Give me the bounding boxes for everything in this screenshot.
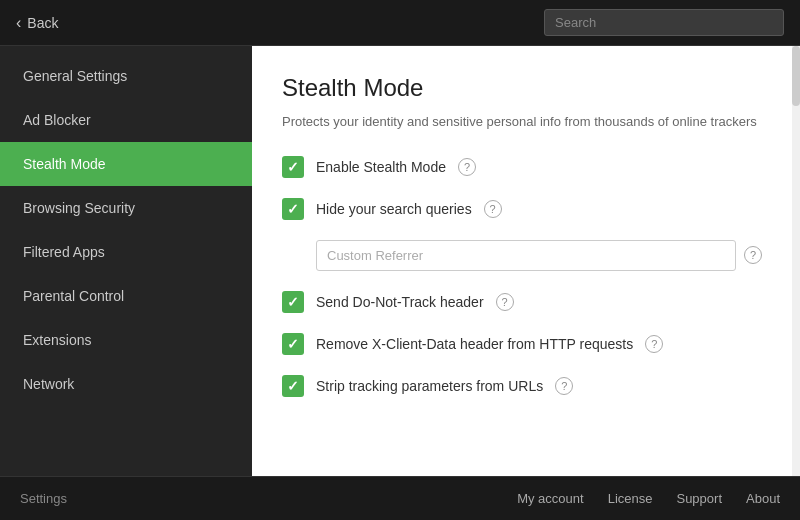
main-layout: General Settings Ad Blocker Stealth Mode… xyxy=(0,46,800,476)
sidebar-item-network[interactable]: Network xyxy=(0,362,252,406)
sidebar-item-ad-blocker[interactable]: Ad Blocker xyxy=(0,98,252,142)
checkmark-icon: ✓ xyxy=(287,201,299,217)
option-row-strip-tracking: ✓ Strip tracking parameters from URLs ? xyxy=(282,375,770,397)
top-bar: ‹ Back xyxy=(0,0,800,46)
option-label-hide-search-queries: Hide your search queries xyxy=(316,201,472,217)
back-chevron-icon: ‹ xyxy=(16,14,21,32)
sidebar-item-extensions[interactable]: Extensions xyxy=(0,318,252,362)
checkbox-remove-xclient[interactable]: ✓ xyxy=(282,333,304,355)
help-icon-enable-stealth-mode[interactable]: ? xyxy=(458,158,476,176)
back-button[interactable]: ‹ Back xyxy=(16,14,58,32)
scrollbar-thumb[interactable] xyxy=(792,46,800,106)
content-area: Stealth Mode Protects your identity and … xyxy=(252,46,800,476)
option-row-remove-xclient: ✓ Remove X-Client-Data header from HTTP … xyxy=(282,333,770,355)
checkmark-icon: ✓ xyxy=(287,336,299,352)
page-title: Stealth Mode xyxy=(282,74,770,102)
back-label: Back xyxy=(27,15,58,31)
footer-settings-label: Settings xyxy=(20,491,67,506)
checkbox-send-dnt[interactable]: ✓ xyxy=(282,291,304,313)
sidebar-item-filtered-apps[interactable]: Filtered Apps xyxy=(0,230,252,274)
option-label-remove-xclient: Remove X-Client-Data header from HTTP re… xyxy=(316,336,633,352)
custom-referrer-input[interactable] xyxy=(316,240,736,271)
page-description: Protects your identity and sensitive per… xyxy=(282,112,770,132)
help-icon-remove-xclient[interactable]: ? xyxy=(645,335,663,353)
option-row-send-dnt: ✓ Send Do-Not-Track header ? xyxy=(282,291,770,313)
help-icon-hide-search-queries[interactable]: ? xyxy=(484,200,502,218)
footer-link-license[interactable]: License xyxy=(608,491,653,506)
option-label-send-dnt: Send Do-Not-Track header xyxy=(316,294,484,310)
footer-links: My account License Support About xyxy=(517,491,780,506)
sidebar-item-parental-control[interactable]: Parental Control xyxy=(0,274,252,318)
referrer-row: ? xyxy=(316,240,770,271)
option-row-enable-stealth-mode: ✓ Enable Stealth Mode ? xyxy=(282,156,770,178)
help-icon-referrer[interactable]: ? xyxy=(744,246,762,264)
option-label-strip-tracking: Strip tracking parameters from URLs xyxy=(316,378,543,394)
checkbox-strip-tracking[interactable]: ✓ xyxy=(282,375,304,397)
sidebar: General Settings Ad Blocker Stealth Mode… xyxy=(0,46,252,476)
scrollbar-track xyxy=(792,46,800,476)
checkmark-icon: ✓ xyxy=(287,294,299,310)
help-icon-send-dnt[interactable]: ? xyxy=(496,293,514,311)
checkmark-icon: ✓ xyxy=(287,378,299,394)
checkbox-enable-stealth-mode[interactable]: ✓ xyxy=(282,156,304,178)
footer: Settings My account License Support Abou… xyxy=(0,476,800,520)
footer-link-about[interactable]: About xyxy=(746,491,780,506)
option-row-hide-search-queries: ✓ Hide your search queries ? xyxy=(282,198,770,220)
option-label-enable-stealth-mode: Enable Stealth Mode xyxy=(316,159,446,175)
search-input[interactable] xyxy=(544,9,784,36)
sidebar-item-stealth-mode[interactable]: Stealth Mode xyxy=(0,142,252,186)
checkmark-icon: ✓ xyxy=(287,159,299,175)
help-icon-strip-tracking[interactable]: ? xyxy=(555,377,573,395)
sidebar-item-browsing-security[interactable]: Browsing Security xyxy=(0,186,252,230)
footer-link-support[interactable]: Support xyxy=(676,491,722,506)
sidebar-item-general-settings[interactable]: General Settings xyxy=(0,54,252,98)
search-bar xyxy=(544,9,784,36)
checkbox-hide-search-queries[interactable]: ✓ xyxy=(282,198,304,220)
footer-link-my-account[interactable]: My account xyxy=(517,491,583,506)
